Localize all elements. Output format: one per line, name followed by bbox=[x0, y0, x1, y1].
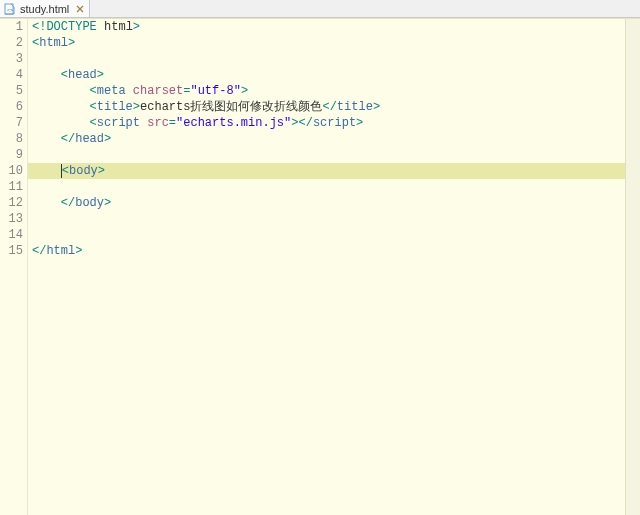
vertical-scrollbar[interactable] bbox=[625, 19, 640, 515]
line-number: 15 bbox=[0, 243, 23, 259]
code-line[interactable]: <head> bbox=[28, 67, 625, 83]
line-number: 10 bbox=[0, 163, 23, 179]
line-number: 7 bbox=[0, 115, 23, 131]
line-number: 13 bbox=[0, 211, 23, 227]
line-number: 8 bbox=[0, 131, 23, 147]
code-line[interactable]: <body> bbox=[28, 163, 625, 179]
line-number: 12 bbox=[0, 195, 23, 211]
code-line[interactable]: </html> bbox=[28, 243, 625, 259]
code-line[interactable]: <html> bbox=[28, 35, 625, 51]
code-line[interactable]: <script src="echarts.min.js"></script> bbox=[28, 115, 625, 131]
code-line[interactable] bbox=[28, 211, 625, 227]
html-file-icon: <> bbox=[4, 3, 16, 15]
code-line[interactable] bbox=[28, 227, 625, 243]
line-number: 4 bbox=[0, 67, 23, 83]
code-line[interactable]: <!DOCTYPE html> bbox=[28, 19, 625, 35]
code-line[interactable]: </head> bbox=[28, 131, 625, 147]
line-number: 1 bbox=[0, 19, 23, 35]
line-number: 9 bbox=[0, 147, 23, 163]
tab-study-html[interactable]: <> study.html bbox=[0, 0, 90, 17]
line-number: 14 bbox=[0, 227, 23, 243]
code-line[interactable]: <meta charset="utf-8"> bbox=[28, 83, 625, 99]
code-line[interactable] bbox=[28, 179, 625, 195]
code-area[interactable]: <!DOCTYPE html><html> <head> <meta chars… bbox=[28, 19, 625, 515]
code-editor[interactable]: 123456789101112131415 <!DOCTYPE html><ht… bbox=[0, 18, 640, 515]
code-line[interactable]: <title>echarts折线图如何修改折线颜色</title> bbox=[28, 99, 625, 115]
tab-label: study.html bbox=[20, 3, 69, 15]
line-number: 3 bbox=[0, 51, 23, 67]
tab-bar: <> study.html bbox=[0, 0, 640, 18]
code-line[interactable]: </body> bbox=[28, 195, 625, 211]
line-number: 2 bbox=[0, 35, 23, 51]
close-icon[interactable] bbox=[75, 4, 85, 14]
line-number-gutter: 123456789101112131415 bbox=[0, 19, 28, 515]
code-line[interactable] bbox=[28, 147, 625, 163]
line-number: 6 bbox=[0, 99, 23, 115]
line-number: 11 bbox=[0, 179, 23, 195]
code-line[interactable] bbox=[28, 51, 625, 67]
line-number: 5 bbox=[0, 83, 23, 99]
svg-text:<>: <> bbox=[7, 7, 13, 13]
